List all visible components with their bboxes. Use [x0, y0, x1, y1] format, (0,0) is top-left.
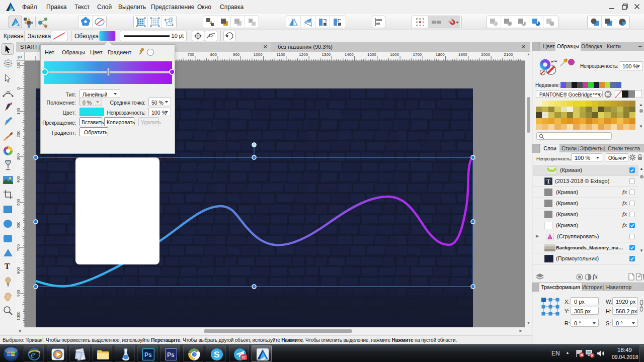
- svg-text:500: 500: [16, 199, 21, 206]
- svg-text:1800: 1800: [436, 52, 445, 57]
- svg-text:T: T: [546, 178, 550, 185]
- svg-text:2000: 2000: [481, 52, 490, 57]
- svg-text:S: S: [214, 350, 219, 359]
- svg-text:200: 200: [16, 130, 21, 137]
- svg-text:1100: 1100: [277, 52, 286, 57]
- svg-text:Ps: Ps: [167, 351, 175, 358]
- svg-text:1600: 1600: [390, 52, 399, 57]
- svg-text:900: 900: [16, 290, 21, 297]
- svg-text:1900: 1900: [458, 52, 467, 57]
- svg-text:1000: 1000: [254, 52, 263, 57]
- svg-text:800: 800: [16, 267, 21, 274]
- svg-text:-100: -100: [16, 61, 21, 70]
- svg-text:2100: 2100: [504, 52, 513, 57]
- svg-text:1400: 1400: [345, 52, 354, 57]
- svg-text:700: 700: [16, 244, 21, 251]
- svg-text:100: 100: [16, 108, 21, 115]
- svg-text:900: 900: [233, 52, 240, 57]
- svg-text:1300: 1300: [322, 52, 331, 57]
- svg-text:1700: 1700: [413, 52, 422, 57]
- svg-text:300: 300: [16, 153, 21, 160]
- svg-text:400: 400: [16, 176, 21, 183]
- svg-text:1000: 1000: [16, 311, 21, 320]
- svg-text:0: 0: [16, 87, 21, 89]
- svg-text:600: 600: [16, 221, 21, 228]
- svg-text:700: 700: [187, 52, 194, 57]
- svg-text:1500: 1500: [367, 52, 376, 57]
- svg-text:1200: 1200: [299, 52, 308, 57]
- svg-text:800: 800: [210, 52, 217, 57]
- svg-text:Ps: Ps: [144, 351, 152, 358]
